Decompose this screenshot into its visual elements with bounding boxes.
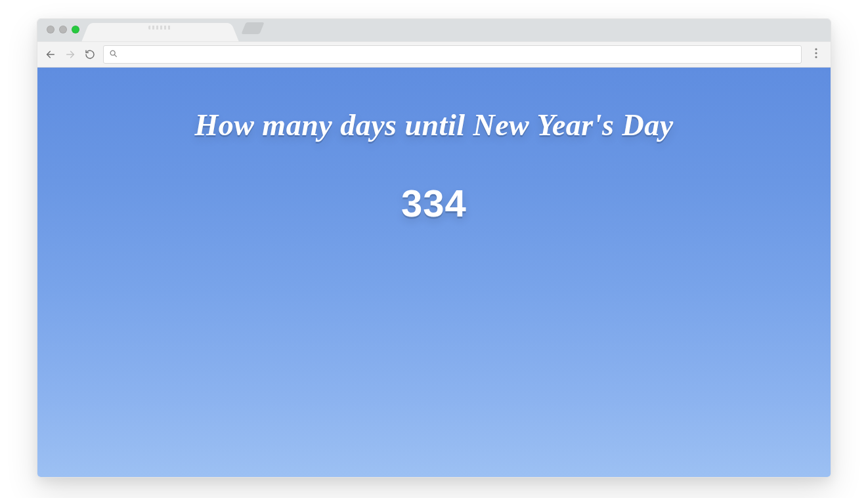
browser-menu-button[interactable] [808, 47, 824, 62]
reload-button[interactable] [83, 48, 97, 61]
window-controls [47, 26, 79, 33]
forward-button[interactable] [64, 48, 77, 61]
arrow-right-icon [65, 49, 76, 60]
minimize-window-button[interactable] [59, 26, 67, 33]
arrow-left-icon [45, 49, 56, 60]
address-bar[interactable] [103, 45, 802, 64]
browser-window: How many days until New Year's Day 334 [37, 18, 831, 478]
svg-point-4 [815, 48, 817, 50]
svg-line-3 [114, 54, 116, 56]
days-count: 334 [37, 181, 831, 225]
svg-point-6 [815, 56, 817, 58]
close-window-button[interactable] [47, 26, 54, 33]
tab-drag-handle-icon [148, 26, 172, 30]
tab-strip [37, 19, 831, 41]
stage: How many days until New Year's Day 334 [0, 0, 868, 498]
page-viewport: How many days until New Year's Day 334 [37, 68, 831, 477]
back-button[interactable] [44, 48, 57, 61]
vertical-dots-icon [815, 48, 817, 61]
browser-tab[interactable] [91, 23, 229, 41]
search-icon [109, 49, 118, 60]
toolbar [37, 41, 831, 68]
maximize-window-button[interactable] [72, 26, 79, 33]
svg-point-5 [815, 52, 817, 54]
new-tab-button[interactable] [241, 22, 264, 34]
page-headline: How many days until New Year's Day [37, 108, 831, 143]
reload-icon [85, 49, 95, 60]
url-input[interactable] [123, 50, 796, 60]
